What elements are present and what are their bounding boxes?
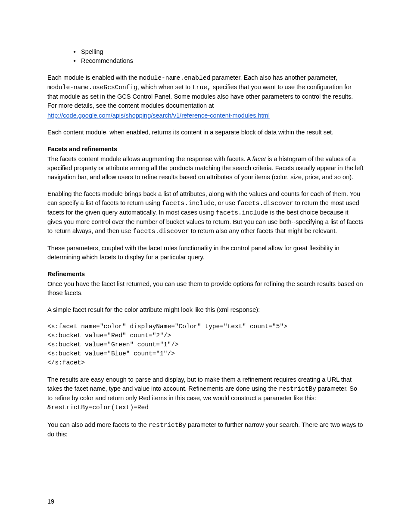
paragraph: These parameters, coupled with the facet… xyxy=(47,244,364,262)
text-run: , which when set to xyxy=(137,84,192,90)
paragraph: Each module is enabled with the module-n… xyxy=(47,73,364,110)
paragraph: The facets content module allows augment… xyxy=(47,155,364,182)
page-number: 19 xyxy=(47,497,54,506)
code-block-xml: <s:facet name="color" displayName="Color… xyxy=(47,322,364,367)
paragraph-link: http://code.google.com/apis/shopping/sea… xyxy=(47,111,364,120)
list-item-text: Recommendations xyxy=(81,57,133,64)
list-item-text: Spelling xyxy=(81,48,103,55)
code-inline: restrictBy xyxy=(149,422,186,429)
list-item: Recommendations xyxy=(73,56,364,65)
code-inline: true, xyxy=(192,84,211,91)
code-inline: facets.include xyxy=(162,200,215,207)
code-inline: &restrictBy=color(text)=Red xyxy=(47,404,149,411)
text-run: You can also add more facets to the xyxy=(47,421,149,428)
paragraph: Each content module, when enabled, retur… xyxy=(47,128,364,137)
list-item: Spelling xyxy=(73,47,364,56)
code-inline: facets.discover xyxy=(237,200,293,207)
text-run: The facets content module allows augment… xyxy=(47,156,252,162)
italic-run: facet xyxy=(252,156,266,162)
text-run: to return also any other facets that mig… xyxy=(189,227,337,234)
code-inline: module-name.enabled xyxy=(139,75,210,81)
paragraph: The results are easy enough to parse and… xyxy=(47,375,364,412)
paragraph: Enabling the facets module brings back a… xyxy=(47,190,364,236)
text-run: , or use xyxy=(215,199,237,206)
heading-facets: Facets and refinements xyxy=(47,145,364,154)
bullet-list: Spelling Recommendations xyxy=(47,47,364,65)
code-inline: module-name.useGcsConfig xyxy=(47,84,137,91)
code-inline: restrictBy xyxy=(279,386,316,392)
text-run: parameter. Each also has another paramet… xyxy=(210,74,337,81)
paragraph: Once you have the facet list returned, y… xyxy=(47,280,364,298)
paragraph: You can also add more facets to the rest… xyxy=(47,420,364,439)
documentation-link[interactable]: http://code.google.com/apis/shopping/sea… xyxy=(47,112,270,119)
text-run: Each module is enabled with the xyxy=(47,74,139,81)
code-inline: facets.include xyxy=(216,209,268,216)
code-inline: facets.discover xyxy=(133,228,189,235)
paragraph: A simple facet result for the color attr… xyxy=(47,305,364,314)
heading-refinements: Refinements xyxy=(47,270,364,279)
document-page: Spelling Recommendations Each module is … xyxy=(0,0,411,532)
